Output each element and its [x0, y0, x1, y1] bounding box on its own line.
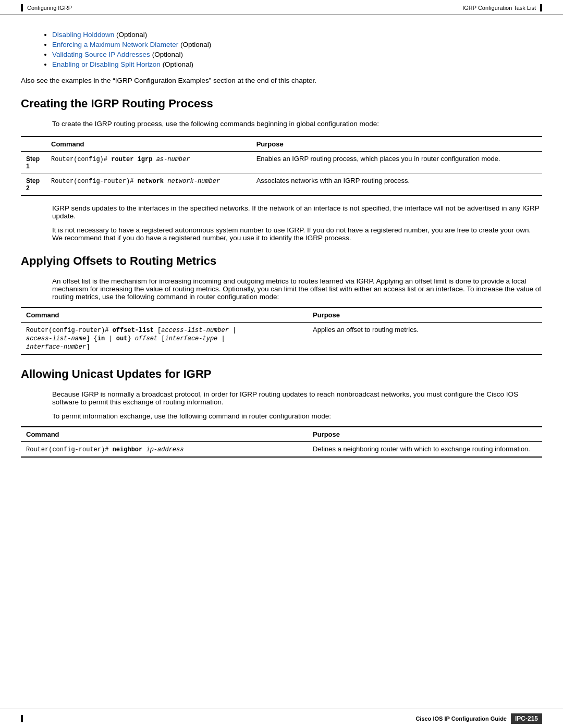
para-igrp-autonomous: It is not necessary to have a registered… — [52, 226, 542, 242]
command-cell: Router(config-router)# network network-n… — [46, 174, 251, 196]
step-label: Step 1 — [21, 152, 46, 174]
footer-left-bar-icon — [21, 715, 23, 722]
optional-label: (Optional) — [180, 41, 211, 48]
table-purpose-header: Purpose — [308, 427, 542, 442]
table-command-header: Command — [21, 427, 308, 442]
para-igrp-updates: IGRP sends updates to the interfaces in … — [52, 204, 542, 220]
page-number-badge: IPC-215 — [511, 713, 542, 724]
header-right: IGRP Configuration Task List — [462, 4, 542, 11]
command-table-unicast: Command Purpose Router(config-router)# n… — [21, 426, 542, 458]
table-command-header: Command — [21, 307, 308, 323]
table-row: Router(config-router)# offset-list [acce… — [21, 323, 542, 355]
table-row: Router(config-router)# neighbor ip-addre… — [21, 442, 542, 458]
also-see-text: Also see the examples in the “IGRP Confi… — [21, 77, 542, 84]
page: Configuring IGRP IGRP Configuration Task… — [0, 0, 563, 728]
enabling-link[interactable]: Enabling or Disabling Split Horizon — [52, 60, 161, 68]
header-left-text: Configuring IGRP — [27, 5, 72, 11]
section-intro-offsets: An offset list is the mechanism for incr… — [52, 277, 542, 301]
command-cell: Router(config)# router igrp as-number — [46, 152, 251, 174]
footer-left — [21, 715, 27, 722]
offset-command: Router(config-router)# offset-list [acce… — [26, 327, 236, 351]
command-table-offsets: Command Purpose Router(config-router)# o… — [21, 307, 542, 355]
validating-link[interactable]: Validating Source IP Addresses — [52, 51, 150, 58]
table-row: Step 1 Router(config)# router igrp as-nu… — [21, 152, 542, 174]
list-item: Disabling Holddown (Optional) — [52, 31, 542, 39]
para-unicast-2: To permit information exchange, use the … — [52, 412, 542, 420]
optional-label: (Optional) — [152, 51, 183, 58]
footer-right: Cisco IOS IP Configuration Guide IPC-215 — [415, 713, 542, 724]
main-content: Disabling Holddown (Optional) Enforcing … — [0, 15, 563, 487]
purpose-cell: Defines a neighboring router with which … — [308, 442, 542, 458]
section-heading-creating: Creating the IGRP Routing Process — [21, 97, 542, 112]
table-row: Step 2 Router(config-router)# network ne… — [21, 174, 542, 196]
section-intro-creating: To create the IGRP routing process, use … — [52, 120, 542, 128]
list-item: Validating Source IP Addresses (Optional… — [52, 51, 542, 58]
table-command-header: Command — [46, 137, 251, 152]
disabling-holddown-link[interactable]: Disabling Holddown — [52, 31, 114, 39]
header-right-bar-icon — [540, 4, 542, 11]
purpose-cell: Applies an offset to routing metrics. — [308, 323, 542, 355]
list-item: Enforcing a Maximum Network Diameter (Op… — [52, 41, 542, 48]
command-code: Router(config-router)# neighbor ip-addre… — [26, 446, 183, 453]
purpose-cell: Enables an IGRP routing process, which p… — [251, 152, 542, 174]
header-left: Configuring IGRP — [21, 4, 72, 11]
step-label: Step 2 — [21, 174, 46, 196]
para-unicast-1: Because IGRP is normally a broadcast pro… — [52, 390, 542, 406]
command-code: Router(config)# router igrp as-number — [51, 156, 190, 163]
command-cell: Router(config-router)# neighbor ip-addre… — [21, 442, 308, 458]
section-heading-offsets: Applying Offsets to Routing Metrics — [21, 254, 542, 269]
command-code: Router(config-router)# network network-n… — [51, 178, 220, 185]
table-purpose-header: Purpose — [251, 137, 542, 152]
bullet-list: Disabling Holddown (Optional) Enforcing … — [52, 31, 542, 68]
optional-label: (Optional) — [116, 31, 147, 39]
table-step-header — [21, 137, 46, 152]
command-cell: Router(config-router)# offset-list [acce… — [21, 323, 308, 355]
purpose-cell: Associates networks with an IGRP routing… — [251, 174, 542, 196]
page-footer: Cisco IOS IP Configuration Guide IPC-215 — [0, 709, 563, 728]
list-item: Enabling or Disabling Split Horizon (Opt… — [52, 60, 542, 68]
section-heading-unicast: Allowing Unicast Updates for IGRP — [21, 367, 542, 382]
table-purpose-header: Purpose — [308, 307, 542, 323]
command-table-creating: Command Purpose Step 1 Router(config)# r… — [21, 136, 542, 196]
header-left-bar-icon — [21, 4, 23, 11]
footer-guide-label: Cisco IOS IP Configuration Guide — [415, 715, 507, 722]
enforcing-link[interactable]: Enforcing a Maximum Network Diameter — [52, 41, 178, 48]
optional-label: (Optional) — [163, 60, 193, 68]
page-header: Configuring IGRP IGRP Configuration Task… — [0, 0, 563, 15]
header-right-text: IGRP Configuration Task List — [462, 5, 536, 11]
